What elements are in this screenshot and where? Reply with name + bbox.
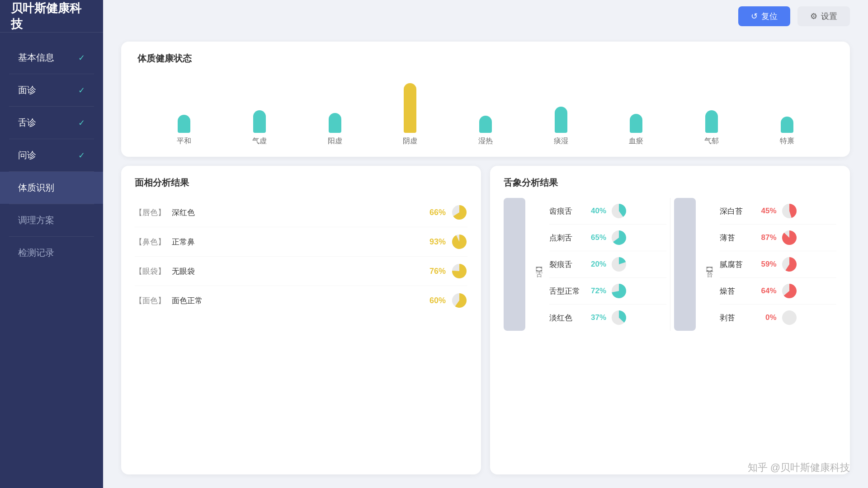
bar [781, 117, 793, 133]
pie-chart [451, 204, 467, 221]
constitution-title: 体质健康状态 [137, 52, 834, 65]
content-area: 体质健康状态 平和 气虚 阳虚 阴虚 湿热 痰湿 [103, 33, 868, 488]
coating-row-pct: 45% [757, 206, 777, 216]
coating-row-pct: 87% [757, 233, 777, 242]
tongue-analysis-title: 舌象分析结果 [504, 177, 836, 189]
reset-icon: ↺ [751, 11, 758, 21]
constitution-card: 体质健康状态 平和 气虚 阳虚 阴虚 湿热 痰湿 [121, 42, 850, 157]
bar-label: 平和 [177, 136, 191, 146]
sidebar-item-问诊[interactable]: 问诊✓ [0, 139, 103, 171]
sidebar-item-面诊[interactable]: 面诊✓ [0, 74, 103, 106]
tongue-row-label: 裂痕舌 [549, 259, 582, 270]
bar [630, 114, 642, 133]
bar [705, 110, 718, 133]
tongue-image [504, 198, 525, 331]
reset-label: 复位 [761, 11, 778, 22]
coating-row: 薄苔 87% [720, 225, 837, 251]
pie-chart [611, 230, 627, 246]
reset-button[interactable]: ↺ 复位 [738, 6, 790, 26]
check-icon: ✓ [78, 53, 85, 63]
check-icon: ✓ [78, 118, 85, 128]
bar-wrap [404, 79, 416, 133]
tongue-row: 淡红色 37% [549, 305, 666, 331]
gear-icon: ⚙ [810, 11, 817, 21]
face-row-value: 面色正常 [172, 296, 417, 306]
bar-label: 气虚 [252, 136, 267, 146]
face-row-value: 无眼袋 [172, 266, 417, 277]
coating-row-label: 薄苔 [720, 233, 752, 243]
sidebar-item-label: 调理方案 [18, 214, 54, 226]
face-row-value: 正常鼻 [172, 237, 417, 247]
tongue-row-pct: 65% [586, 233, 606, 242]
sidebar-item-体质识别[interactable]: 体质识别 [0, 172, 103, 204]
app-logo: 贝叶斯健康科技 [0, 0, 103, 33]
pie-chart [611, 256, 627, 272]
sidebar-item-基本信息[interactable]: 基本信息✓ [0, 42, 103, 74]
bar-wrap [329, 79, 341, 133]
bar-item-血瘀: 血瘀 [629, 79, 643, 146]
face-analysis-card: 面相分析结果 【唇色】 深红色 66% 【鼻色】 正常鼻 93% 【眼袋】 无眼… [121, 166, 481, 474]
pie-chart [611, 203, 627, 219]
bar [479, 116, 492, 133]
bar-wrap [479, 79, 492, 133]
bar-label: 阴虚 [403, 136, 417, 146]
bar-wrap [178, 79, 190, 133]
coating-section: 【苔】 深白苔 45% 薄苔 87% 腻腐苔 59% 燥苔 64% 剥苔 0% [674, 198, 837, 331]
sidebar-item-舌诊[interactable]: 舌诊✓ [0, 107, 103, 139]
pie-chart [451, 292, 467, 309]
coating-row-pct: 64% [757, 286, 777, 296]
pie-chart [781, 283, 797, 299]
tongue-row-label: 舌型正常 [549, 286, 582, 296]
coating-row: 燥苔 64% [720, 278, 837, 305]
coating-image [674, 198, 696, 331]
face-row-label: 【鼻色】 [135, 237, 166, 247]
face-analysis-row: 【眼袋】 无眼袋 76% [135, 257, 467, 286]
bar [555, 107, 567, 133]
sidebar-item-label: 基本信息 [18, 52, 54, 64]
pie-chart [781, 310, 797, 326]
coating-row-label: 剥苔 [720, 313, 752, 323]
check-icon: ✓ [78, 85, 85, 95]
pie-chart [611, 283, 627, 299]
bar [329, 113, 341, 133]
sidebar-item-检测记录[interactable]: 检测记录 [0, 237, 103, 269]
tongue-row: 齿痕舌 40% [549, 198, 666, 225]
sidebar: 贝叶斯健康科技 基本信息✓面诊✓舌诊✓问诊✓体质识别调理方案检测记录 [0, 0, 103, 488]
face-row-value: 深红色 [172, 207, 417, 218]
analysis-section: 面相分析结果 【唇色】 深红色 66% 【鼻色】 正常鼻 93% 【眼袋】 无眼… [121, 166, 850, 474]
bar-item-阳虚: 阳虚 [328, 79, 342, 146]
sidebar-item-label: 问诊 [18, 149, 36, 161]
svg-point-13 [782, 310, 797, 325]
tongue-row-label: 淡红色 [549, 313, 582, 323]
face-analysis-row: 【唇色】 深红色 66% [135, 198, 467, 227]
bar-wrap [705, 79, 718, 133]
coating-row: 剥苔 0% [720, 305, 837, 331]
coating-row: 深白苔 45% [720, 198, 837, 225]
pie-chart [451, 234, 467, 250]
app-title: 贝叶斯健康科技 [11, 0, 92, 32]
bar-label: 特禀 [780, 136, 794, 146]
bar-label: 阳虚 [328, 136, 342, 146]
tongue-row: 舌型正常 72% [549, 278, 666, 305]
pie-chart [781, 230, 797, 246]
bar-wrap [630, 79, 642, 133]
settings-button[interactable]: ⚙ 设置 [797, 6, 850, 26]
sidebar-item-调理方案[interactable]: 调理方案 [0, 204, 103, 236]
bar-label: 湿热 [478, 136, 493, 146]
coating-rows: 深白苔 45% 薄苔 87% 腻腐苔 59% 燥苔 64% 剥苔 0% [720, 198, 837, 331]
bar-wrap [555, 79, 567, 133]
bar-wrap [253, 79, 266, 133]
tongue-row: 点刺舌 65% [549, 225, 666, 251]
face-analysis-row: 【鼻色】 正常鼻 93% [135, 227, 467, 257]
bar [253, 110, 266, 133]
tongue-row-pct: 20% [586, 260, 606, 269]
face-analysis-row: 【面色】 面色正常 60% [135, 286, 467, 315]
tongue-analysis-card: 舌象分析结果 【舌】 齿痕舌 40% 点刺舌 65% 裂痕舌 20% [490, 166, 850, 474]
bar-label: 血瘀 [629, 136, 643, 146]
tongue-section: 【舌】 齿痕舌 40% 点刺舌 65% 裂痕舌 20% 舌型正常 72% 淡红色… [504, 198, 666, 331]
tongue-inner: 【舌】 齿痕舌 40% 点刺舌 65% 裂痕舌 20% 舌型正常 72% 淡红色… [504, 198, 836, 331]
sidebar-item-label: 面诊 [18, 84, 36, 96]
settings-label: 设置 [821, 11, 837, 22]
pie-chart [781, 256, 797, 272]
bar-item-湿热: 湿热 [478, 79, 493, 146]
